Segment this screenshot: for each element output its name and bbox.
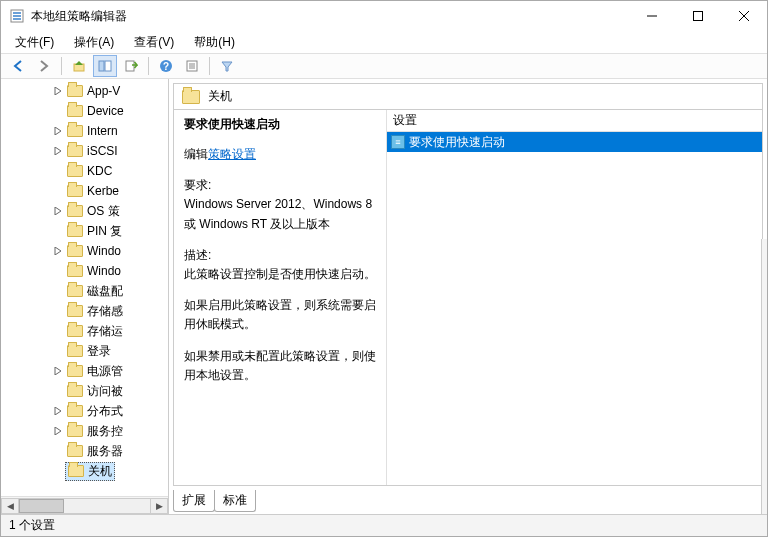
tree-item[interactable]: 关机 [3,461,168,481]
caret-spacer [51,264,65,278]
tree-item[interactable]: OS 策 [3,201,168,221]
tree-item[interactable]: 服务器 [3,441,168,461]
menu-help[interactable]: 帮助(H) [186,32,243,53]
tree-item[interactable]: 分布式 [3,401,168,421]
tree-body: App-VDeviceInterniSCSIKDCKerbeOS 策PIN 复W… [1,79,168,496]
window-controls [629,1,767,31]
edit-policy-row: 编辑策略设置 [184,145,376,164]
tree-item-label: 分布式 [65,403,125,420]
help-button[interactable]: ? [154,55,178,77]
settings-column-header[interactable]: 设置 [386,110,762,132]
folder-icon [67,305,83,317]
svg-rect-10 [105,61,111,71]
requirements-text: Windows Server 2012、Windows 8 或 Windows … [184,195,376,233]
folder-icon [67,265,83,277]
tree-item[interactable]: 存储运 [3,321,168,341]
tree-item[interactable]: Windo [3,261,168,281]
tree-item-text: 电源管 [87,363,123,380]
tree-item[interactable]: 存储感 [3,301,168,321]
tree-item[interactable]: KDC [3,161,168,181]
scroll-track[interactable] [19,498,150,514]
tree-item-label: PIN 复 [65,223,124,240]
filter-button[interactable] [215,55,239,77]
right-edge-notch [761,239,767,514]
tree-item-text: 访问被 [87,383,123,400]
tree-item[interactable]: PIN 复 [3,221,168,241]
list-item[interactable]: ≡要求使用快速启动 [387,132,762,152]
chevron-right-icon[interactable] [51,424,65,438]
scroll-left-button[interactable]: ◀ [1,498,19,514]
tree-item[interactable]: iSCSI [3,141,168,161]
caret-spacer [51,464,65,478]
back-button[interactable] [6,55,30,77]
tree-item-text: 分布式 [87,403,123,420]
folder-icon [67,185,83,197]
tree-item[interactable]: 服务控 [3,421,168,441]
up-button[interactable] [67,55,91,77]
folder-icon [67,85,83,97]
tree-item[interactable]: 电源管 [3,361,168,381]
close-button[interactable] [721,1,767,31]
svg-rect-9 [99,61,104,71]
minimize-button[interactable] [629,1,675,31]
svg-rect-5 [694,12,703,21]
maximize-button[interactable] [675,1,721,31]
forward-button[interactable] [32,55,56,77]
caret-spacer [51,164,65,178]
tree-item[interactable]: App-V [3,81,168,101]
tab-extended[interactable]: 扩展 [173,490,215,512]
tree-item[interactable]: 登录 [3,341,168,361]
menubar: 文件(F) 操作(A) 查看(V) 帮助(H) [1,31,767,53]
tree-item-text: 存储感 [87,303,123,320]
tree-item[interactable]: Kerbe [3,181,168,201]
folder-icon [67,125,83,137]
menu-action[interactable]: 操作(A) [66,32,122,53]
chevron-right-icon[interactable] [51,144,65,158]
tree-item-text: PIN 复 [87,223,122,240]
toolbar-separator [61,57,62,75]
tree-item-text: Windo [87,264,121,278]
tree-item[interactable]: Device [3,101,168,121]
right-pane: 关机 要求使用快速启动 编辑策略设置 要求: Windows Server 20… [169,79,767,514]
tree-item-label: 存储运 [65,323,125,340]
app-icon [9,8,25,24]
edit-policy-link[interactable]: 策略设置 [208,147,256,161]
caret-spacer [51,324,65,338]
svg-text:?: ? [163,61,169,72]
window-title: 本地组策略编辑器 [31,8,629,25]
chevron-right-icon[interactable] [51,244,65,258]
tree-item[interactable]: Intern [3,121,168,141]
tree-item-label: 服务器 [65,443,125,460]
scroll-thumb[interactable] [19,499,64,513]
menu-view[interactable]: 查看(V) [126,32,182,53]
tree-item-text: 存储运 [87,323,123,340]
folder-icon [67,285,83,297]
tree-item-label: Windo [65,264,123,278]
tree-item[interactable]: Windo [3,241,168,261]
tree-item-text: Windo [87,244,121,258]
tree-item-text: OS 策 [87,203,120,220]
chevron-right-icon[interactable] [51,364,65,378]
tree-item[interactable]: 访问被 [3,381,168,401]
chevron-right-icon[interactable] [51,204,65,218]
scroll-right-button[interactable]: ▶ [150,498,168,514]
statusbar: 1 个设置 [1,514,767,536]
chevron-right-icon[interactable] [51,124,65,138]
tree-hscrollbar[interactable]: ◀ ▶ [1,496,168,514]
description-p3: 如果禁用或未配置此策略设置，则使用本地设置。 [184,347,376,385]
description-p2: 如果启用此策略设置，则系统需要启用休眠模式。 [184,296,376,334]
tree-item-label: Device [65,104,126,118]
chevron-right-icon[interactable] [51,404,65,418]
tree-item-text: KDC [87,164,112,178]
show-hide-tree-button[interactable] [93,55,117,77]
tree-item-label: iSCSI [65,144,120,158]
requirements-block: 要求: Windows Server 2012、Windows 8 或 Wind… [184,176,376,234]
tree-item[interactable]: 磁盘配 [3,281,168,301]
policy-icon: ≡ [391,135,405,149]
properties-button[interactable] [180,55,204,77]
tabs-row: 扩展 标准 [173,490,763,512]
chevron-right-icon[interactable] [51,84,65,98]
menu-file[interactable]: 文件(F) [7,32,62,53]
export-button[interactable] [119,55,143,77]
tab-standard[interactable]: 标准 [214,490,256,512]
